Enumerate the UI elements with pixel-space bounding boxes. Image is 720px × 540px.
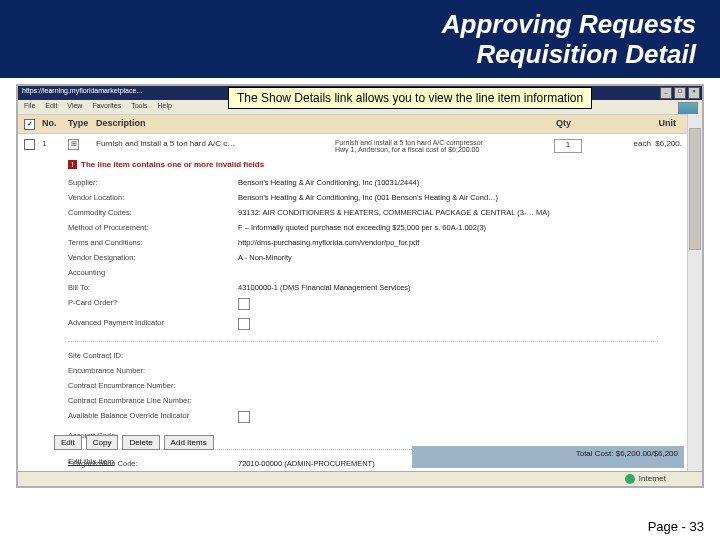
slide-title: Approving Requests Requisition Detail	[0, 10, 696, 70]
pcard-checkbox[interactable]	[238, 298, 250, 310]
row-description: Furnish and install a 5 ton hard A/C c…	[96, 139, 315, 153]
app-window: The Show Details link allows you to view…	[16, 84, 704, 488]
line-item-header: ✓ No. Type Description Qty Unit	[18, 114, 688, 134]
title-line-1: Approving Requests	[442, 9, 696, 39]
maximize-button[interactable]: □	[674, 87, 686, 99]
action-buttons: Edit Copy Delete Add Items	[54, 435, 214, 450]
internet-zone-icon	[625, 474, 635, 484]
select-all-checkbox[interactable]: ✓	[24, 119, 35, 130]
row-checkbox[interactable]	[24, 139, 35, 150]
row-amount: each $6,200.	[622, 139, 682, 153]
delete-button[interactable]: Delete	[122, 435, 159, 450]
browser-url: https://learning.myfloridamarketplace...	[22, 87, 142, 94]
title-line-2: Requisition Detail	[476, 39, 696, 69]
balance-override-checkbox[interactable]	[238, 411, 250, 423]
col-description: Description	[96, 118, 556, 130]
expand-icon[interactable]: ⊞	[68, 139, 79, 150]
minimize-button[interactable]: _	[660, 87, 672, 99]
vertical-scrollbar[interactable]	[687, 114, 702, 472]
qty-input[interactable]: 1	[554, 139, 582, 153]
slide-title-bar: Approving Requests Requisition Detail	[0, 0, 720, 78]
scrollbar-thumb[interactable]	[689, 128, 701, 250]
close-button[interactable]: ×	[688, 87, 700, 99]
col-no: No.	[42, 118, 68, 130]
row-number: 1	[42, 139, 68, 153]
content-area: ✓ No. Type Description Qty Unit 1 ⊞ Furn…	[18, 114, 688, 472]
callout-text: The Show Details link allows you to view…	[237, 91, 583, 105]
status-text: Internet	[639, 474, 666, 483]
col-unit: Unit	[616, 118, 682, 130]
col-type: Type	[68, 118, 96, 130]
line-item-row: 1 ⊞ Furnish and install a 5 ton hard A/C…	[18, 134, 688, 158]
copy-button[interactable]: Copy	[86, 435, 119, 450]
advance-pay-checkbox[interactable]	[238, 318, 250, 330]
edit-item-link[interactable]: Edit this item	[68, 457, 114, 466]
add-items-button[interactable]: Add Items	[164, 435, 214, 450]
row-desc-detail: Furnish and install a 5 ton hard A/C com…	[315, 139, 554, 153]
total-cost-bar: Total Cost: $6,200.00/$6,200	[412, 446, 684, 468]
line-item-details: Supplier:Benson's Heating & Air Conditio…	[18, 173, 688, 472]
browser-status-bar: Internet	[18, 471, 702, 486]
col-qty: Qty	[556, 118, 616, 130]
row-warning: !The line item contains one or more inva…	[18, 158, 688, 173]
edit-button[interactable]: Edit	[54, 435, 82, 450]
callout-box: The Show Details link allows you to view…	[228, 87, 592, 109]
page-number: Page - 33	[648, 519, 704, 534]
warning-icon: !	[68, 160, 77, 169]
window-controls: _ □ ×	[660, 87, 700, 99]
